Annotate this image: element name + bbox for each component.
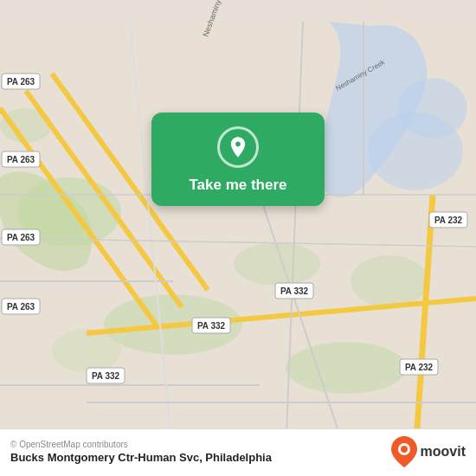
location-pin-icon xyxy=(217,126,259,168)
svg-point-45 xyxy=(401,446,408,453)
svg-text:PA 263: PA 263 xyxy=(7,77,35,87)
moovit-text: moovit xyxy=(421,444,466,460)
attribution-text: © OpenStreetMap contributors xyxy=(10,440,272,449)
cta-card[interactable]: Take me there xyxy=(151,113,325,206)
svg-text:PA 263: PA 263 xyxy=(7,155,35,164)
svg-text:PA 263: PA 263 xyxy=(7,302,35,312)
svg-text:PA 332: PA 332 xyxy=(92,371,120,381)
svg-text:PA 332: PA 332 xyxy=(197,321,226,331)
moovit-logo[interactable]: moovit xyxy=(391,436,466,467)
bottom-bar: © OpenStreetMap contributors Bucks Montg… xyxy=(0,428,476,476)
svg-text:PA 332: PA 332 xyxy=(280,286,309,296)
location-name: Bucks Montgomery Ctr-Human Svc, Philadel… xyxy=(10,451,272,464)
bottom-bar-left: © OpenStreetMap contributors Bucks Montg… xyxy=(10,440,272,464)
moovit-pin-icon xyxy=(391,436,417,467)
svg-point-8 xyxy=(52,329,121,372)
svg-point-3 xyxy=(286,342,407,394)
map-container: PA 263 PA 263 PA 263 PA 263 PA 332 PA 33… xyxy=(0,0,476,476)
svg-text:PA 232: PA 232 xyxy=(434,215,463,225)
svg-point-9 xyxy=(351,255,428,307)
svg-text:PA 232: PA 232 xyxy=(405,363,434,372)
cta-label: Take me there xyxy=(189,177,286,194)
svg-text:PA 263: PA 263 xyxy=(7,233,35,242)
